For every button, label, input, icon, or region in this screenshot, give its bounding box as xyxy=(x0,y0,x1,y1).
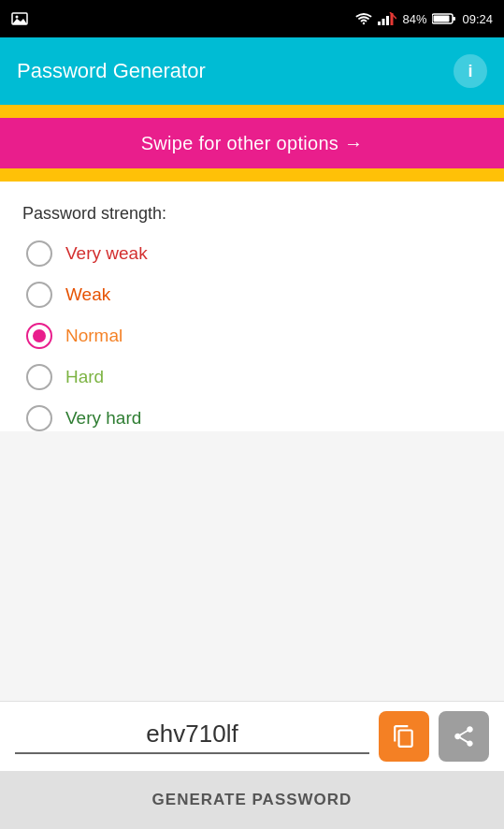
battery-icon xyxy=(432,12,456,25)
top-bar: Password Generator i xyxy=(0,37,504,105)
svg-rect-8 xyxy=(453,17,455,21)
battery-percentage: 84% xyxy=(402,12,426,26)
strength-label: Password strength: xyxy=(22,204,482,224)
radio-item-very-weak[interactable]: Very weak xyxy=(26,240,482,267)
password-input[interactable] xyxy=(15,720,369,754)
copy-button[interactable] xyxy=(379,711,429,762)
swipe-banner-text: Swipe for other options → xyxy=(141,133,364,154)
wifi-icon xyxy=(355,12,372,25)
bottom-area: GENERATE PASSWORD xyxy=(0,701,504,829)
radio-outer-normal xyxy=(26,323,52,349)
status-left xyxy=(11,12,28,25)
share-button[interactable] xyxy=(439,711,489,762)
radio-item-very-hard[interactable]: Very hard xyxy=(26,405,482,431)
radio-label-very-weak: Very weak xyxy=(65,243,148,264)
photo-icon xyxy=(11,12,28,25)
app-title: Password Generator xyxy=(17,59,206,83)
radio-item-normal[interactable]: Normal xyxy=(26,323,482,349)
yellow-stripe-bottom xyxy=(0,168,504,182)
radio-label-normal: Normal xyxy=(65,326,122,346)
radio-label-weak: Weak xyxy=(65,284,110,305)
copy-icon xyxy=(392,724,416,749)
radio-outer-very-hard xyxy=(26,405,52,431)
radio-outer-very-weak xyxy=(26,240,52,267)
radio-label-hard: Hard xyxy=(65,367,104,387)
share-icon xyxy=(452,724,476,749)
signal-icon xyxy=(378,12,396,25)
swipe-banner[interactable]: Swipe for other options → xyxy=(0,118,504,168)
generate-password-button[interactable]: GENERATE PASSWORD xyxy=(0,771,504,829)
clock-time: 09:24 xyxy=(462,12,493,26)
radio-group: Very weak Weak Normal Hard Very hard xyxy=(22,240,482,431)
status-right: 84% 09:24 xyxy=(355,12,493,26)
radio-inner-normal xyxy=(33,329,46,342)
main-content: Password strength: Very weak Weak Normal… xyxy=(0,182,504,431)
radio-item-hard[interactable]: Hard xyxy=(26,364,482,390)
svg-rect-3 xyxy=(382,19,385,25)
svg-rect-9 xyxy=(434,16,450,22)
password-row xyxy=(0,701,504,771)
radio-item-weak[interactable]: Weak xyxy=(26,282,482,308)
radio-outer-weak xyxy=(26,282,52,308)
status-bar: 84% 09:24 xyxy=(0,0,504,37)
svg-rect-4 xyxy=(386,16,389,25)
info-button[interactable]: i xyxy=(454,54,487,88)
radio-label-very-hard: Very hard xyxy=(65,408,141,429)
yellow-stripe-top xyxy=(0,105,504,118)
svg-rect-2 xyxy=(378,22,381,25)
svg-point-1 xyxy=(16,16,19,19)
radio-outer-hard xyxy=(26,364,52,390)
